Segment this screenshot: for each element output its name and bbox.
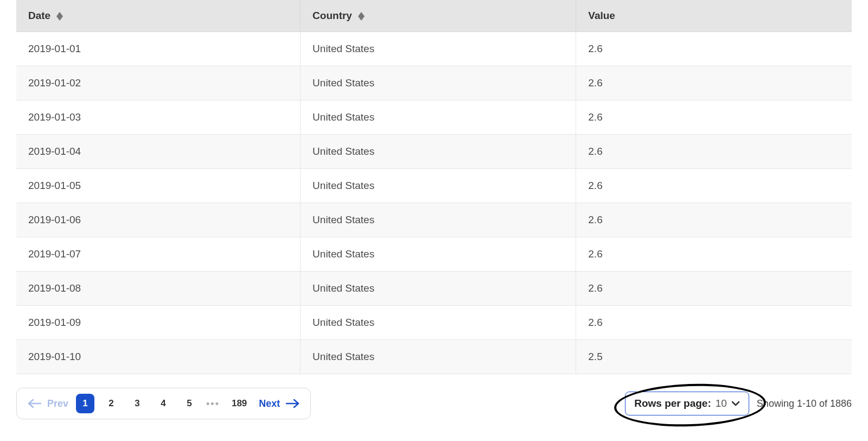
cell-country: United States — [301, 237, 576, 272]
cell-country: United States — [301, 66, 576, 100]
svg-marker-1 — [56, 16, 63, 21]
cell-date: 2019-01-04 — [16, 135, 301, 169]
column-header-value[interactable]: Value — [576, 0, 852, 32]
table-row: 2019-01-04United States2.6 — [16, 135, 852, 169]
cell-country: United States — [301, 135, 576, 169]
showing-text: Showing 1-10 of 1886 — [757, 398, 852, 410]
cell-date: 2019-01-06 — [16, 203, 301, 237]
cell-country: United States — [301, 100, 576, 135]
cell-country: United States — [301, 272, 576, 306]
cell-value: 2.6 — [576, 66, 852, 100]
page-button-2[interactable]: 2 — [102, 394, 120, 413]
cell-value: 2.6 — [576, 135, 852, 169]
column-label: Country — [312, 10, 352, 21]
cell-value: 2.5 — [576, 340, 852, 374]
page-button-1[interactable]: 1 — [76, 394, 94, 413]
table-header-row: Date Country Value — [16, 0, 852, 32]
page-button-5[interactable]: 5 — [180, 394, 199, 413]
rows-per-page-value: 10 — [716, 398, 727, 410]
table-row: 2019-01-09United States2.6 — [16, 306, 852, 340]
cell-value: 2.6 — [576, 306, 852, 340]
cell-value: 2.6 — [576, 100, 852, 135]
table-footer: Prev 12345•••189 Next Rows per page: 10 … — [16, 388, 852, 419]
prev-label: Prev — [47, 398, 68, 410]
svg-marker-2 — [358, 12, 365, 16]
next-button[interactable]: Next — [259, 398, 299, 410]
cell-date: 2019-01-07 — [16, 237, 301, 272]
table-row: 2019-01-07United States2.6 — [16, 237, 852, 272]
page-ellipsis: ••• — [206, 398, 220, 410]
cell-value: 2.6 — [576, 32, 852, 66]
cell-value: 2.6 — [576, 237, 852, 272]
arrow-right-icon — [285, 399, 299, 408]
rows-per-page-select[interactable]: Rows per page: 10 — [625, 392, 749, 415]
cell-country: United States — [301, 32, 576, 66]
footer-right: Rows per page: 10 Showing 1-10 of 1886 — [625, 392, 852, 415]
cell-country: United States — [301, 306, 576, 340]
column-header-date[interactable]: Date — [16, 0, 301, 32]
table-row: 2019-01-03United States2.6 — [16, 100, 852, 135]
column-label: Value — [588, 10, 615, 21]
cell-date: 2019-01-05 — [16, 169, 301, 203]
cell-value: 2.6 — [576, 169, 852, 203]
page-button-4[interactable]: 4 — [154, 394, 173, 413]
column-label: Date — [28, 10, 50, 21]
rows-per-page-label: Rows per page: — [634, 398, 711, 410]
page-button-189[interactable]: 189 — [227, 394, 251, 413]
column-header-country[interactable]: Country — [301, 0, 576, 32]
data-table: Date Country Value 2019 — [16, 0, 852, 374]
table-row: 2019-01-06United States2.6 — [16, 203, 852, 237]
cell-value: 2.6 — [576, 203, 852, 237]
cell-country: United States — [301, 203, 576, 237]
chevron-down-icon — [731, 401, 740, 406]
cell-date: 2019-01-09 — [16, 306, 301, 340]
cell-date: 2019-01-08 — [16, 272, 301, 306]
prev-button[interactable]: Prev — [28, 398, 68, 410]
sort-icon[interactable] — [358, 12, 365, 21]
pagination: Prev 12345•••189 Next — [16, 388, 311, 419]
cell-date: 2019-01-10 — [16, 340, 301, 374]
svg-marker-3 — [358, 16, 365, 21]
sort-icon[interactable] — [56, 12, 63, 21]
table-row: 2019-01-10United States2.5 — [16, 340, 852, 374]
cell-country: United States — [301, 169, 576, 203]
arrow-left-icon — [28, 399, 42, 408]
table-row: 2019-01-05United States2.6 — [16, 169, 852, 203]
table-row: 2019-01-08United States2.6 — [16, 272, 852, 306]
page-button-3[interactable]: 3 — [128, 394, 146, 413]
svg-marker-0 — [56, 12, 63, 16]
cell-date: 2019-01-03 — [16, 100, 301, 135]
cell-date: 2019-01-02 — [16, 66, 301, 100]
cell-value: 2.6 — [576, 272, 852, 306]
table-row: 2019-01-02United States2.6 — [16, 66, 852, 100]
cell-date: 2019-01-01 — [16, 32, 301, 66]
table-row: 2019-01-01United States2.6 — [16, 32, 852, 66]
next-label: Next — [259, 398, 280, 410]
cell-country: United States — [301, 340, 576, 374]
